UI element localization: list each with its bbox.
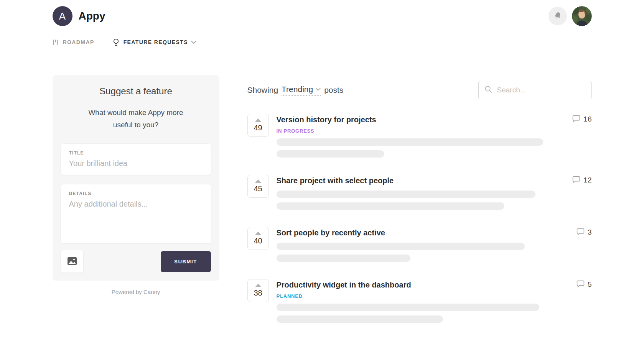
primary-nav: ROADMAP FEATURE REQUESTS: [53, 38, 592, 55]
post-status-badge: IN PROGRESS: [277, 128, 592, 134]
skeleton-bar: [277, 138, 543, 146]
upvote-arrow-icon: [255, 232, 261, 235]
post-title[interactable]: Sort people by recently active: [277, 228, 385, 238]
sort-value: Trending: [282, 85, 313, 94]
post-skeleton-text: [277, 243, 592, 262]
post-title[interactable]: Version history for projects: [277, 115, 376, 125]
post-row[interactable]: 38 Productivity widget in the dashboard …: [247, 279, 592, 323]
nav-roadmap-label: ROADMAP: [63, 39, 94, 45]
post-title[interactable]: Share project with select people: [277, 176, 394, 186]
comment-count: 3: [588, 228, 592, 237]
suggest-feature-panel: Suggest a feature What would make Appy m…: [53, 75, 219, 281]
comment-count-button[interactable]: 16: [572, 115, 591, 124]
posts-feed: Showing Trending posts: [247, 75, 592, 340]
user-avatar-image: [572, 6, 592, 26]
roadmap-icon: [53, 39, 59, 46]
upvote-button[interactable]: 38: [247, 279, 269, 302]
skeleton-bar: [277, 150, 384, 158]
comment-bubble-icon: [572, 115, 580, 124]
skeleton-bar: [277, 304, 539, 311]
comment-count: 16: [583, 115, 591, 123]
powered-by-canny[interactable]: Powered by Canny: [53, 289, 219, 295]
post-skeleton-text: [277, 138, 592, 158]
comment-count-button[interactable]: 5: [576, 280, 592, 289]
post-row[interactable]: 45 Share project with select people 12: [247, 175, 592, 210]
details-field-card: DETAILS: [61, 184, 211, 243]
title-field-label: TITLE: [69, 150, 203, 156]
page: A Appy: [0, 0, 644, 345]
submit-button[interactable]: SUBMIT: [161, 251, 211, 272]
nav-item-feature-requests[interactable]: FEATURE REQUESTS: [113, 38, 196, 46]
attach-image-button[interactable]: [61, 250, 83, 273]
search-icon: [484, 85, 492, 95]
sort-chevron-down-icon: [316, 88, 321, 91]
comment-count: 5: [588, 280, 592, 289]
nav-feature-requests-label: FEATURE REQUESTS: [124, 39, 188, 45]
comment-bubble-icon: [576, 280, 585, 289]
showing-suffix: posts: [324, 85, 343, 95]
upvote-arrow-icon: [255, 179, 261, 183]
skeleton-bar: [277, 202, 504, 210]
skeleton-bar: [277, 315, 443, 323]
upvote-arrow-icon: [255, 118, 261, 122]
app-logo: A: [53, 6, 72, 26]
showing-posts-label: Showing Trending posts: [247, 85, 344, 96]
image-icon: [67, 257, 77, 266]
lightbulb-icon: [113, 38, 119, 46]
chevron-down-icon: [191, 41, 196, 44]
showing-prefix: Showing: [247, 85, 278, 95]
vote-count: 45: [254, 184, 262, 193]
post-row[interactable]: 40 Sort people by recently active 3: [247, 227, 592, 262]
vote-count: 40: [254, 237, 262, 245]
suggest-column: Suggest a feature What would make Appy m…: [53, 75, 219, 295]
vote-count: 38: [254, 289, 262, 297]
suggest-heading: Suggest a feature: [61, 86, 211, 97]
upvote-button[interactable]: 40: [247, 227, 269, 250]
title-field-card: TITLE: [61, 144, 211, 175]
skeleton-bar: [277, 191, 535, 198]
sort-dropdown[interactable]: Trending: [282, 85, 321, 96]
notifications-button[interactable]: [548, 7, 567, 25]
vote-count: 49: [254, 123, 262, 132]
post-list: 49 Version history for projects 16 IN PR…: [247, 114, 592, 323]
post-status-badge: PLANNED: [277, 293, 592, 299]
skeleton-bar: [277, 243, 525, 250]
nav-item-roadmap[interactable]: ROADMAP: [53, 39, 94, 46]
upvote-button[interactable]: 49: [247, 114, 269, 137]
search-box[interactable]: [478, 81, 592, 99]
upvote-button[interactable]: 45: [247, 175, 269, 198]
upvote-arrow-icon: [255, 284, 261, 287]
bell-icon: [553, 11, 562, 21]
comment-bubble-icon: [576, 228, 585, 237]
comment-bubble-icon: [572, 176, 580, 185]
title-input[interactable]: [69, 159, 203, 168]
comment-count: 12: [583, 176, 591, 184]
post-skeleton-text: [277, 304, 592, 323]
app-name: Appy: [79, 10, 105, 22]
search-input[interactable]: [497, 86, 591, 94]
header: A Appy: [0, 0, 644, 55]
app-logo-letter: A: [59, 10, 66, 22]
post-skeleton-text: [277, 191, 592, 210]
user-avatar[interactable]: [572, 6, 592, 26]
details-field-label: DETAILS: [69, 191, 203, 196]
comment-count-button[interactable]: 12: [572, 176, 591, 185]
post-row[interactable]: 49 Version history for projects 16 IN PR…: [247, 114, 592, 158]
post-title[interactable]: Productivity widget in the dashboard: [277, 280, 411, 290]
suggest-prompt: What would make Appy more useful to you?: [84, 107, 188, 131]
comment-count-button[interactable]: 3: [576, 228, 592, 237]
skeleton-bar: [277, 255, 410, 262]
details-input[interactable]: [69, 200, 203, 237]
